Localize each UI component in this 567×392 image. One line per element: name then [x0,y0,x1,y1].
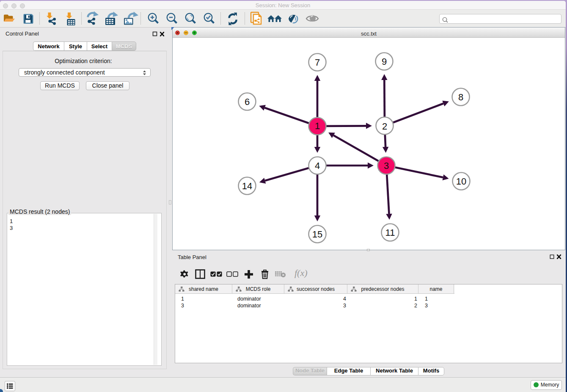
svg-text:14: 14 [242,181,252,191]
svg-text:3: 3 [384,160,389,171]
svg-text:6: 6 [245,97,250,107]
svg-text:2: 2 [382,121,387,132]
svg-text:11: 11 [385,227,395,238]
svg-text:8: 8 [458,92,463,102]
svg-text:4: 4 [315,160,320,171]
svg-text:15: 15 [312,229,322,240]
svg-text:7: 7 [315,57,320,68]
svg-text:1: 1 [315,121,320,131]
svg-text:9: 9 [382,56,387,67]
svg-text:10: 10 [456,176,466,187]
